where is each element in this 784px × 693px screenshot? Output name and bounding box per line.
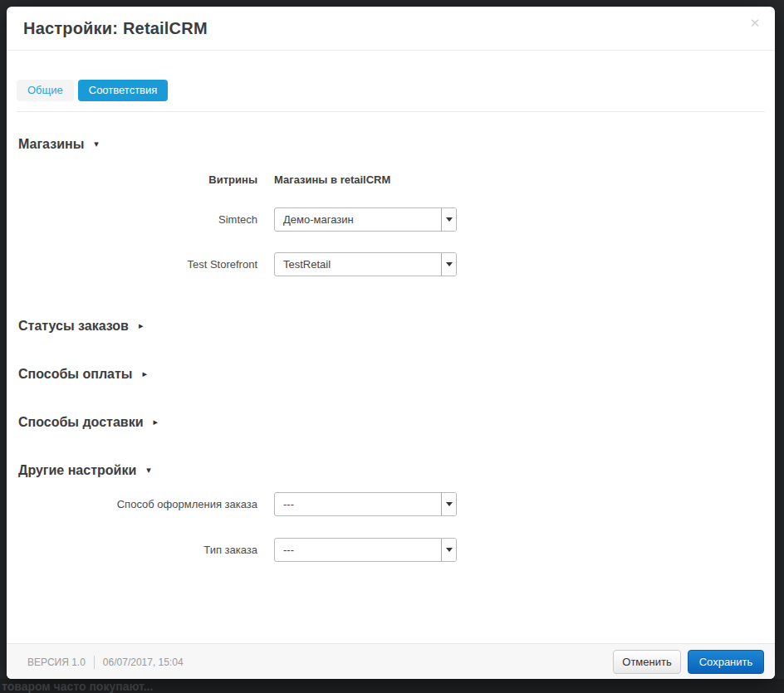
cancel-button[interactable]: Отменить	[613, 650, 681, 674]
caret-down-icon: ▾	[146, 466, 151, 475]
section-title: Способы оплаты	[18, 366, 132, 382]
column-header-storefronts: Витрины	[7, 173, 257, 186]
store-select-simtech[interactable]: Демо-магазин	[274, 207, 457, 232]
select-value: Демо-магазин	[283, 213, 354, 226]
section-title: Статусы заказов	[18, 318, 129, 334]
version-divider	[94, 656, 95, 669]
version-datetime: 06/07/2017, 15:04	[103, 656, 184, 668]
close-icon[interactable]: ✕	[746, 14, 764, 32]
select-dropdown-arrow-icon	[441, 493, 456, 515]
tabs-divider	[17, 111, 765, 112]
section-title: Способы доставки	[18, 414, 143, 430]
caret-right-icon: ▸	[139, 321, 144, 330]
section-header-order-statuses[interactable]: Статусы заказов ▸	[18, 318, 143, 334]
version-info: ВЕРСИЯ 1.0 06/07/2017, 15:04	[27, 644, 184, 680]
occluded-page-band: товаром часто покупают...	[0, 679, 784, 693]
setting-row-label: Способ оформления заказа	[7, 492, 257, 516]
section-header-shipping-methods[interactable]: Способы доставки ▸	[18, 414, 158, 430]
select-value: ---	[283, 544, 294, 556]
tab-general[interactable]: Общие	[17, 80, 74, 101]
tab-mappings[interactable]: Соответствия	[78, 80, 169, 101]
order-type-select[interactable]: ---	[274, 538, 457, 562]
store-row-label: Test Storefront	[7, 252, 257, 276]
save-button[interactable]: Сохранить	[688, 650, 764, 674]
dark-overlay-backdrop: товаром часто покупают... Настройки: Ret…	[0, 0, 784, 693]
setting-row-label: Тип заказа	[7, 538, 257, 562]
settings-modal: Настройки: RetailCRM ✕ Общие Соответстви…	[7, 7, 775, 679]
order-creation-method-select[interactable]: ---	[274, 492, 457, 516]
section-title: Другие настройки	[18, 462, 136, 478]
select-value: ---	[283, 498, 294, 510]
select-value: TestRetail	[283, 258, 331, 271]
section-header-payment-methods[interactable]: Способы оплаты ▸	[18, 366, 147, 382]
caret-right-icon: ▸	[142, 369, 147, 378]
modal-footer: ВЕРСИЯ 1.0 06/07/2017, 15:04 Отменить Со…	[7, 643, 775, 679]
store-select-test-storefront[interactable]: TestRetail	[274, 252, 457, 276]
caret-right-icon: ▸	[153, 417, 158, 427]
select-dropdown-arrow-icon	[441, 539, 456, 561]
select-dropdown-arrow-icon	[441, 208, 456, 231]
section-header-other-settings[interactable]: Другие настройки ▾	[18, 462, 151, 478]
select-dropdown-arrow-icon	[441, 253, 456, 276]
page-title: Настройки: RetailCRM	[23, 19, 208, 38]
occluded-page-text: товаром часто покупают...	[2, 680, 153, 693]
tab-bar: Общие Соответствия	[17, 80, 168, 101]
header-divider	[7, 50, 775, 51]
caret-down-icon: ▾	[94, 139, 99, 149]
store-row-label: Simtech	[7, 207, 257, 232]
column-header-crm-stores: Магазины в retailCRM	[274, 173, 390, 186]
version-label: ВЕРСИЯ 1.0	[27, 656, 86, 668]
section-header-stores[interactable]: Магазины ▾	[18, 136, 99, 152]
section-title: Магазины	[18, 136, 84, 152]
